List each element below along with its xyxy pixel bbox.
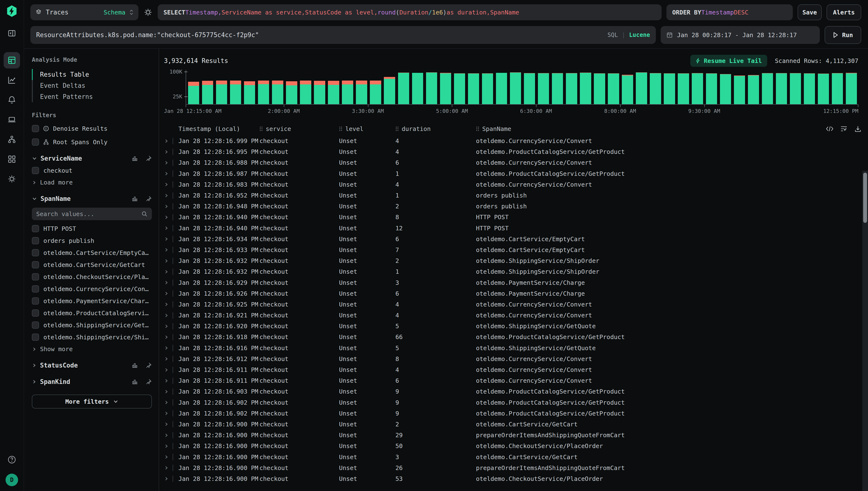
checkbox[interactable] <box>32 167 39 174</box>
table-row[interactable]: Jan 28 12:28:16.925 PMcheckoutUnset4otel… <box>164 299 858 310</box>
table-row[interactable]: Jan 28 12:28:16.987 PMcheckoutUnset1otel… <box>164 168 858 179</box>
filter-value-row[interactable]: oteldemo.CartService/EmptyCa… <box>32 249 152 256</box>
search-values-input[interactable]: Search values... <box>32 208 152 220</box>
column-header-duration[interactable]: duration <box>395 125 476 133</box>
row-expander[interactable] <box>164 334 178 340</box>
checkbox[interactable] <box>32 297 39 305</box>
column-header-service[interactable]: service <box>260 125 339 133</box>
table-row[interactable]: Jan 28 12:28:16.900 PMcheckoutUnset2otel… <box>164 419 858 430</box>
filter-value-row[interactable]: orders publish <box>32 237 152 244</box>
table-row[interactable]: Jan 28 12:28:16.902 PMcheckoutUnset9otel… <box>164 397 858 408</box>
row-expander[interactable] <box>164 290 178 297</box>
column-header-timestamp-local-[interactable]: Timestamp (Local) <box>178 125 260 133</box>
checkbox[interactable] <box>32 237 39 244</box>
table-row[interactable]: Jan 28 12:28:16.900 PMcheckoutUnset53ote… <box>164 473 858 484</box>
row-expander[interactable] <box>164 181 178 187</box>
scrollbar-track[interactable] <box>862 171 868 491</box>
filter-group-header[interactable]: StatusCode <box>32 362 152 369</box>
checkbox[interactable] <box>32 225 39 232</box>
row-expander[interactable] <box>164 193 178 199</box>
checkbox[interactable] <box>32 249 39 256</box>
table-row[interactable]: Jan 28 12:28:16.940 PMcheckoutUnset8HTTP… <box>164 212 858 223</box>
filter-value-row[interactable]: oteldemo.CheckoutService/Pla… <box>32 273 152 281</box>
help-button[interactable] <box>4 452 20 468</box>
row-expander[interactable] <box>164 421 178 427</box>
filter-group-header[interactable]: ServiceName <box>32 155 152 162</box>
run-query-button[interactable]: Run <box>825 26 861 44</box>
row-expander[interactable] <box>164 378 178 384</box>
filter-value-row[interactable]: oteldemo.ProductCatalogServi… <box>32 310 152 317</box>
table-row[interactable]: Jan 28 12:28:16.903 PMcheckoutUnset9otel… <box>164 386 858 397</box>
query-language-toggle[interactable]: SQL | Lucene <box>607 32 650 38</box>
table-row[interactable]: Jan 28 12:28:16.900 PMcheckoutUnset3otel… <box>164 452 858 462</box>
row-expander[interactable] <box>164 214 178 221</box>
table-row[interactable]: Jan 28 12:28:16.920 PMcheckoutUnset5otel… <box>164 321 858 331</box>
column-header-spanname[interactable]: SpanName <box>476 125 858 133</box>
table-row[interactable]: Jan 28 12:28:16.921 PMcheckoutUnset4otel… <box>164 310 858 321</box>
row-expander[interactable] <box>164 454 178 460</box>
table-row[interactable]: Jan 28 12:28:16.911 PMcheckoutUnset6otel… <box>164 375 858 386</box>
filter-group-header[interactable]: SpanKind <box>32 378 152 385</box>
table-row[interactable]: Jan 28 12:28:16.916 PMcheckoutUnset5otel… <box>164 343 858 353</box>
checkbox[interactable] <box>32 321 39 329</box>
rail-button-panel-collapse[interactable] <box>4 25 20 41</box>
table-row[interactable]: Jan 28 12:28:16.952 PMcheckoutUnset1orde… <box>164 190 858 201</box>
table-row[interactable]: Jan 28 12:28:16.918 PMcheckoutUnset66ote… <box>164 331 858 342</box>
checkbox[interactable] <box>32 273 39 281</box>
search-input[interactable]: ResourceAttributes.k8s.pod.name:"checkou… <box>30 26 656 44</box>
row-expander[interactable] <box>164 160 178 166</box>
table-row[interactable]: Jan 28 12:28:16.911 PMcheckoutUnset4otel… <box>164 365 858 375</box>
checkbox[interactable] <box>32 261 39 268</box>
checkbox[interactable] <box>32 138 39 146</box>
row-expander[interactable] <box>164 388 178 395</box>
row-expander[interactable] <box>164 269 178 275</box>
analysis-mode-item[interactable]: Event Patterns <box>32 91 152 102</box>
alerts-button[interactable]: Alerts <box>827 4 861 20</box>
table-row[interactable]: Jan 28 12:28:16.902 PMcheckoutUnset9otel… <box>164 408 858 419</box>
more-filters-button[interactable]: More filters <box>32 395 152 408</box>
row-expander[interactable] <box>164 171 178 177</box>
row-expander[interactable] <box>164 258 178 264</box>
filter-group-footer[interactable]: Load more <box>32 179 152 186</box>
rail-button-service-map[interactable] <box>4 131 20 148</box>
row-expander[interactable] <box>164 465 178 471</box>
row-expander[interactable] <box>164 236 178 242</box>
date-range-picker[interactable]: Jan 28 00:28:17 - Jan 28 12:28:17 <box>661 26 820 44</box>
checkbox[interactable] <box>32 285 39 292</box>
filter-group-footer[interactable]: Show more <box>32 346 152 353</box>
filter-value-row[interactable]: HTTP POST <box>32 225 152 232</box>
table-row[interactable]: Jan 28 12:28:16.948 PMcheckoutUnset2orde… <box>164 201 858 212</box>
save-button[interactable]: Save <box>798 4 822 20</box>
table-row[interactable]: Jan 28 12:28:16.929 PMcheckoutUnset3otel… <box>164 277 858 288</box>
table-row[interactable]: Jan 28 12:28:16.932 PMcheckoutUnset2otel… <box>164 255 858 266</box>
row-expander[interactable] <box>164 138 178 144</box>
row-expander[interactable] <box>164 356 178 362</box>
row-expander[interactable] <box>164 247 178 253</box>
row-expander[interactable] <box>164 443 178 449</box>
row-expander[interactable] <box>164 301 178 308</box>
filter-toggle-row[interactable]: Root Spans Only <box>32 138 152 146</box>
table-row[interactable]: Jan 28 12:28:16.912 PMcheckoutUnset8otel… <box>164 353 858 365</box>
rail-button-chart-explorer[interactable] <box>4 72 20 88</box>
table-row[interactable]: Jan 28 12:28:16.995 PMcheckoutUnset4otel… <box>164 146 858 157</box>
rail-button-settings-gear[interactable] <box>4 171 20 187</box>
row-expander[interactable] <box>164 225 178 231</box>
table-row[interactable]: Jan 28 12:28:16.933 PMcheckoutUnset7otel… <box>164 244 858 255</box>
row-expander[interactable] <box>164 410 178 416</box>
scrollbar-thumb[interactable] <box>863 173 867 223</box>
filter-group-header[interactable]: SpanName <box>32 195 152 202</box>
filter-value-row[interactable]: checkout <box>32 167 152 174</box>
table-row[interactable]: Jan 28 12:28:16.934 PMcheckoutUnset6otel… <box>164 234 858 244</box>
checkbox[interactable] <box>32 125 39 132</box>
resume-live-tail-button[interactable]: Resume Live Tail <box>690 55 767 67</box>
filter-value-row[interactable]: oteldemo.PaymentService/Char… <box>32 297 152 305</box>
sql-select-editor[interactable]: SELECT Timestamp, ServiceName as service… <box>158 4 662 20</box>
row-expander[interactable] <box>164 203 178 209</box>
table-row[interactable]: Jan 28 12:28:16.940 PMcheckoutUnset12HTT… <box>164 223 858 234</box>
language-lucene-option[interactable]: Lucene <box>629 32 650 38</box>
filter-value-row[interactable]: oteldemo.ShippingService/Get… <box>32 321 152 329</box>
filter-value-row[interactable]: oteldemo.CurrencyService/Con… <box>32 285 152 292</box>
rail-button-dashboards[interactable] <box>4 151 20 167</box>
row-expander[interactable] <box>164 432 178 438</box>
analysis-mode-item[interactable]: Event Deltas <box>32 80 152 91</box>
